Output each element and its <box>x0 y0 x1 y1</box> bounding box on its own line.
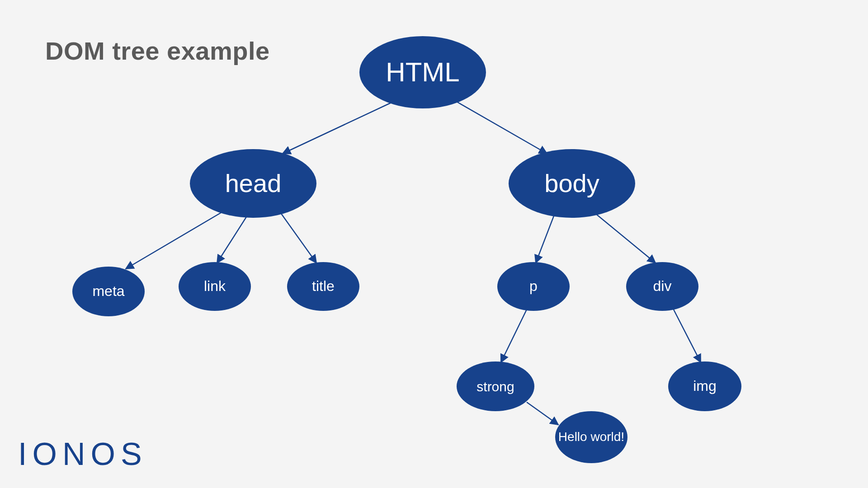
node-strong: strong <box>457 361 534 411</box>
edge-head-meta <box>126 212 222 269</box>
diagram-title: DOM tree example <box>45 36 270 66</box>
edge-html-body <box>457 102 547 154</box>
edge-html-head <box>283 102 393 154</box>
edge-head-title <box>280 212 316 263</box>
brand-logo: IONOS <box>18 436 147 472</box>
node-p: p <box>497 262 570 311</box>
node-html: HTML <box>359 36 486 108</box>
node-div: div <box>626 262 698 311</box>
edge-strong-hello <box>527 402 558 425</box>
edge-body-p <box>536 216 554 263</box>
edge-head-link <box>217 217 246 263</box>
node-head: head <box>190 149 316 218</box>
edge-p-strong <box>501 310 527 362</box>
node-link: link <box>179 262 251 311</box>
edge-div-img <box>674 310 701 362</box>
node-title: title <box>287 262 359 311</box>
node-img: img <box>668 361 741 411</box>
node-hello: Hello world! <box>555 411 627 463</box>
node-meta: meta <box>72 267 145 316</box>
edge-body-div <box>597 215 656 263</box>
diagram-canvas: DOM tree example HTML head body meta lin… <box>0 0 868 488</box>
node-body: body <box>509 149 635 218</box>
